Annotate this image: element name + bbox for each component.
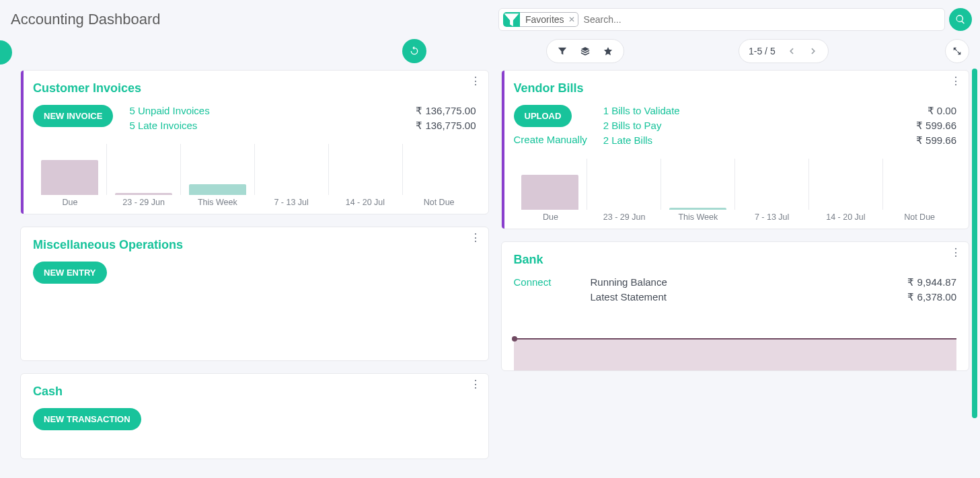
filter-view-button[interactable] <box>558 46 567 56</box>
pager-next-button[interactable] <box>804 42 823 61</box>
chart-label: Due <box>514 212 588 222</box>
late-invoices-amount: ₹ 136,775.00 <box>416 120 476 132</box>
scrollbar-thumb[interactable] <box>972 69 977 418</box>
refresh-button[interactable] <box>402 39 426 63</box>
cash-card: ⋮ Cash NEW TRANSACTION <box>20 373 489 459</box>
bills-validate-amount: ₹ 0.00 <box>928 105 956 117</box>
chart-label: 23 - 29 Jun <box>587 212 661 222</box>
chevron-right-icon <box>809 47 817 55</box>
chart-label: 23 - 29 Jun <box>107 198 181 207</box>
pager-prev-button[interactable] <box>782 42 801 61</box>
card-title[interactable]: Bank <box>514 253 957 267</box>
late-invoices-link[interactable]: 5 Late Invoices <box>129 120 197 132</box>
expand-icon <box>952 46 962 56</box>
new-invoice-button[interactable]: NEW INVOICE <box>33 105 113 127</box>
unpaid-invoices-amount: ₹ 136,775.00 <box>416 105 476 117</box>
upload-button[interactable]: UPLOAD <box>514 105 572 127</box>
card-title[interactable]: Vendor Bills <box>514 81 957 95</box>
search-input[interactable] <box>584 14 944 25</box>
chart-label: 7 - 13 Jul <box>254 198 328 207</box>
expand-button[interactable] <box>945 39 969 63</box>
chart-label: 14 - 20 Jul <box>809 212 883 222</box>
chart-label: Due <box>33 198 107 207</box>
card-menu-button[interactable]: ⋮ <box>470 235 480 241</box>
chevron-left-icon <box>788 47 796 55</box>
invoices-chart <box>33 144 476 195</box>
bills-pay-amount: ₹ 599.66 <box>916 120 956 132</box>
chart-label: Not Due <box>402 198 476 207</box>
search-icon <box>955 14 966 25</box>
card-menu-button[interactable]: ⋮ <box>470 382 480 387</box>
pager-text: 1-5 / 5 <box>749 46 776 56</box>
late-bills-amount: ₹ 599.66 <box>916 134 956 147</box>
search-button[interactable] <box>949 8 972 31</box>
unpaid-invoices-link[interactable]: 5 Unpaid Invoices <box>129 105 209 117</box>
filter-chip-remove-icon[interactable]: ✕ <box>568 15 575 24</box>
filter-chip-icon <box>503 12 520 27</box>
bank-chart <box>514 338 957 370</box>
card-title[interactable]: Cash <box>33 385 476 399</box>
card-menu-button[interactable]: ⋮ <box>950 79 960 84</box>
late-bills-link[interactable]: 2 Late Bills <box>603 134 652 147</box>
chart-label: Not Due <box>882 212 956 222</box>
bank-card: ⋮ Bank Connect Running Balance₹ 9,944.87… <box>501 241 970 371</box>
customer-invoices-card: ⋮ Customer Invoices NEW INVOICE 5 Unpaid… <box>20 70 489 214</box>
chart-label: 7 - 13 Jul <box>735 212 809 222</box>
latest-statement-label: Latest Statement <box>591 291 667 303</box>
funnel-icon <box>558 46 567 56</box>
misc-operations-card: ⋮ Miscellaneous Operations NEW ENTRY <box>20 227 489 361</box>
vendor-bills-card: ⋮ Vendor Bills UPLOAD Create Manually 1 … <box>501 70 970 229</box>
card-menu-button[interactable]: ⋮ <box>470 79 480 84</box>
layers-icon <box>580 46 590 56</box>
running-balance-amount: ₹ 9,944.87 <box>907 276 956 288</box>
view-switcher <box>546 39 624 63</box>
card-menu-button[interactable]: ⋮ <box>950 250 960 255</box>
card-title[interactable]: Miscellaneous Operations <box>33 238 476 252</box>
pager: 1-5 / 5 <box>739 39 829 63</box>
search-box[interactable]: Favorites ✕ <box>498 8 945 31</box>
star-icon <box>603 46 613 56</box>
new-transaction-button[interactable]: NEW TRANSACTION <box>33 408 141 430</box>
card-title[interactable]: Customer Invoices <box>33 81 476 95</box>
running-balance-label: Running Balance <box>591 276 667 288</box>
chart-label: This Week <box>661 212 735 222</box>
new-entry-button[interactable]: NEW ENTRY <box>33 262 107 284</box>
group-view-button[interactable] <box>580 46 590 56</box>
favorite-view-button[interactable] <box>603 46 613 56</box>
bills-chart <box>514 159 957 210</box>
chart-label: This Week <box>181 198 255 207</box>
latest-statement-amount: ₹ 6,378.00 <box>907 291 956 303</box>
bills-validate-link[interactable]: 1 Bills to Validate <box>603 105 680 117</box>
page-title: Accounting Dashboard <box>11 7 161 28</box>
create-manually-link[interactable]: Create Manually <box>514 134 587 145</box>
refresh-icon <box>409 46 420 56</box>
bills-pay-link[interactable]: 2 Bills to Pay <box>603 120 662 132</box>
filter-chip[interactable]: Favorites ✕ <box>520 12 578 27</box>
chart-label: 14 - 20 Jul <box>328 198 402 207</box>
connect-link[interactable]: Connect <box>514 276 574 288</box>
filter-chip-label: Favorites <box>525 14 564 25</box>
